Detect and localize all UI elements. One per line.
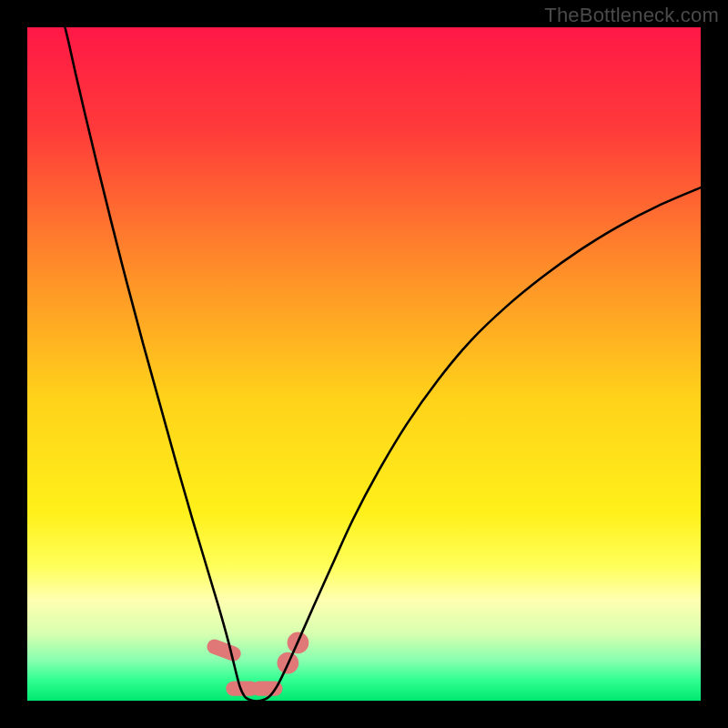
chart-container: TheBottleneck.com: [0, 0, 728, 728]
bottleneck-curve: [65, 27, 701, 701]
marker-group: [205, 632, 308, 696]
watermark-text: TheBottleneck.com: [544, 4, 719, 27]
plot-area: [27, 27, 701, 701]
marker-capsule: [205, 637, 243, 662]
curve-layer: [27, 27, 701, 701]
